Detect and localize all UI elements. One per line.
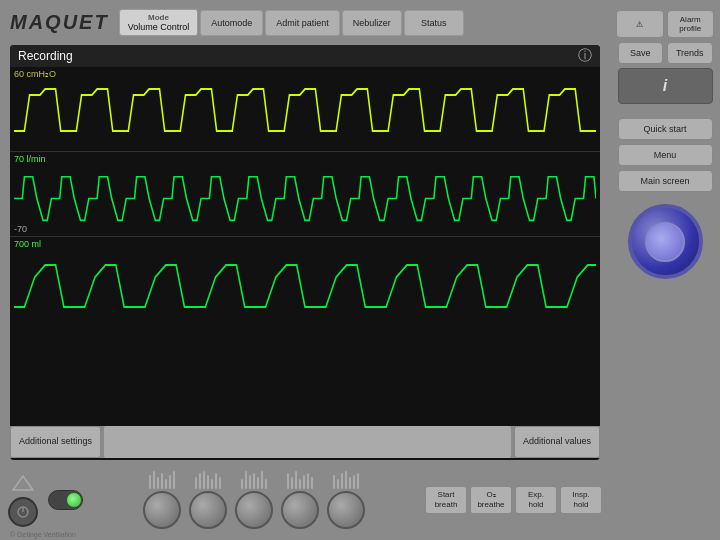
rotary-inner	[645, 222, 685, 262]
additional-row: Additional settings Additional values	[10, 426, 600, 458]
save-button[interactable]: Save	[618, 42, 664, 64]
start-breath-button[interactable]: Start breath	[425, 486, 467, 515]
o2-breathe-button[interactable]: O₂ breathe	[470, 486, 512, 515]
automode-tab[interactable]: Automode	[200, 10, 263, 36]
dial-lines-4	[283, 471, 318, 489]
logo: MAQUET	[10, 11, 109, 34]
watermark: © Getinge Ventilation	[10, 531, 76, 538]
admit-patient-tab[interactable]: Admit patient	[265, 10, 340, 36]
alarm-profile-button[interactable]: Alarm profile	[667, 10, 714, 38]
pressure-waveform: 60 cmH₂O	[10, 67, 600, 152]
main-screen-button[interactable]: Main screen	[618, 170, 713, 192]
recording-header: Recording ⓘ	[10, 45, 600, 67]
dial-lines-2	[191, 471, 226, 489]
alarm-icon-button[interactable]: ⚠	[616, 10, 663, 38]
trends-button[interactable]: Trends	[667, 42, 713, 64]
dial-4[interactable]	[281, 491, 319, 529]
flow-label: 70 l/min	[14, 154, 46, 164]
dial-lines-3	[237, 471, 272, 489]
insp-hold-button[interactable]: Insp. hold	[560, 486, 602, 515]
toggle-knob	[66, 492, 82, 508]
dial-group-5	[327, 471, 365, 529]
power-button[interactable]	[8, 497, 38, 527]
volume-label: 700 ml	[14, 239, 41, 249]
bottom-dials	[89, 471, 419, 529]
svg-marker-0	[13, 476, 33, 490]
alarm-icon: ⚠	[636, 20, 643, 29]
dial-group-1	[143, 471, 181, 529]
dial-3[interactable]	[235, 491, 273, 529]
additional-middle-spacer	[104, 426, 511, 458]
right-panel: ⚠ Alarm profile Save Trends i Quick star…	[610, 0, 720, 540]
additional-values-button[interactable]: Additional values	[514, 426, 600, 458]
exp-hold-button[interactable]: Exp. hold	[515, 486, 557, 515]
alert-icon	[9, 473, 37, 493]
mode-value: Volume Control	[128, 22, 190, 32]
save-trends-area: Save Trends	[618, 42, 713, 64]
dial-5[interactable]	[327, 491, 365, 529]
dial-group-4	[281, 471, 319, 529]
bottom-left-icons	[8, 473, 38, 527]
menu-button[interactable]: Menu	[618, 144, 713, 166]
bottom-bar: Start breath O₂ breathe Exp. hold Insp. …	[0, 460, 610, 540]
info-icon-small: ⓘ	[578, 47, 592, 65]
dial-group-2	[189, 471, 227, 529]
dial-1[interactable]	[143, 491, 181, 529]
nav-tabs: Mode Volume Control Automode Admit patie…	[119, 9, 649, 36]
nebulizer-tab[interactable]: Nebulizer	[342, 10, 402, 36]
volume-svg	[14, 253, 596, 313]
dial-group-3	[235, 471, 273, 529]
flow-waveform: 70 l/min -70	[10, 152, 600, 237]
dial-lines-5	[329, 471, 364, 489]
quick-start-button[interactable]: Quick start	[618, 118, 713, 140]
mode-tab[interactable]: Mode Volume Control	[119, 9, 199, 36]
dial-lines-1	[145, 471, 180, 489]
dial-2[interactable]	[189, 491, 227, 529]
status-tab[interactable]: Status	[404, 10, 464, 36]
pressure-label: 60 cmH₂O	[14, 69, 56, 79]
rotary-knob[interactable]	[628, 204, 703, 279]
pressure-svg	[14, 83, 596, 143]
flow-label-bottom: -70	[14, 224, 27, 234]
mode-label: Mode	[128, 13, 190, 22]
alarm-area: ⚠ Alarm profile	[616, 10, 714, 38]
main-display: Recording ⓘ 60 cmH₂O 70 l/min -70 700 ml	[10, 45, 600, 460]
additional-settings-button[interactable]: Additional settings	[10, 426, 101, 458]
toggle-switch[interactable]	[48, 490, 83, 510]
info-button[interactable]: i	[618, 68, 713, 104]
flow-svg	[14, 168, 596, 228]
volume-waveform: 700 ml	[10, 237, 600, 322]
recording-title: Recording	[18, 49, 73, 63]
function-buttons: Start breath O₂ breathe Exp. hold Insp. …	[425, 486, 602, 515]
